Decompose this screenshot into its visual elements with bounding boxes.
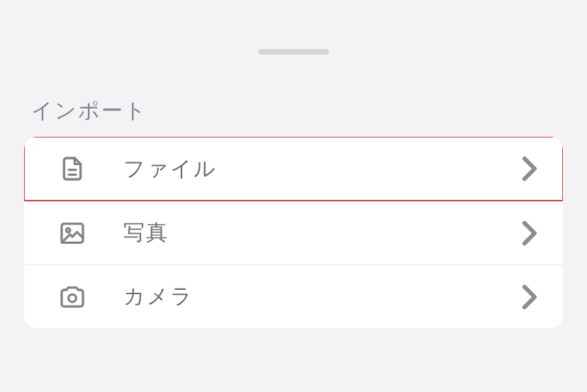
sheet-handle-area xyxy=(0,41,587,62)
svg-point-4 xyxy=(69,294,77,302)
list-item-camera[interactable]: カメラ xyxy=(24,264,563,328)
list-item-file[interactable]: ファイル xyxy=(24,137,563,201)
file-text-icon xyxy=(55,152,89,186)
top-spacer xyxy=(0,0,587,41)
list-item-label: カメラ xyxy=(123,282,522,311)
sheet-handle[interactable] xyxy=(258,49,329,55)
section-title: インポート xyxy=(0,62,587,137)
chevron-right-icon xyxy=(522,284,537,310)
svg-point-3 xyxy=(67,228,70,232)
list-item-label: ファイル xyxy=(123,155,522,184)
chevron-right-icon xyxy=(522,220,537,246)
chevron-right-icon xyxy=(522,156,537,181)
photo-icon xyxy=(55,216,89,250)
import-list: ファイル 写真 カメラ xyxy=(24,137,563,328)
list-item-label: 写真 xyxy=(123,218,522,247)
list-item-photo[interactable]: 写真 xyxy=(24,201,563,264)
camera-icon xyxy=(55,280,89,314)
